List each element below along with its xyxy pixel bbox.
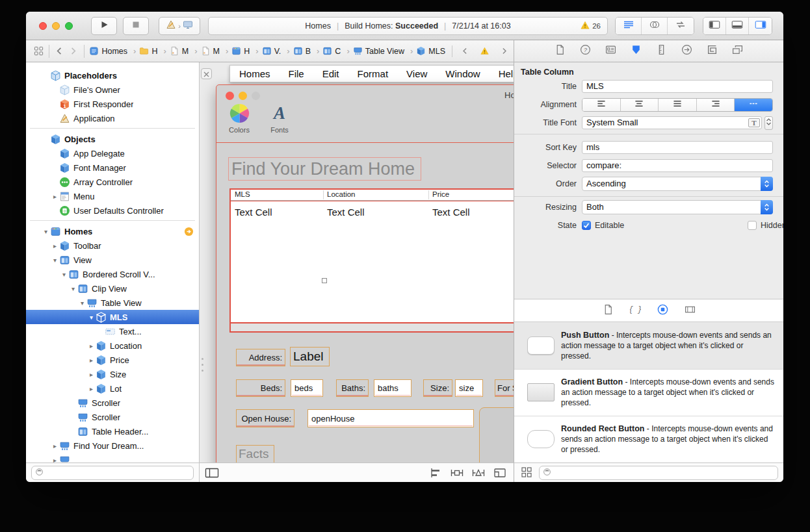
- stop-button[interactable]: [123, 17, 149, 35]
- goto-arrow-icon[interactable]: [184, 99, 194, 109]
- zoom-window-button[interactable]: [65, 22, 73, 30]
- designed-window[interactable]: Ho Colors A Fonts Find: [216, 84, 514, 462]
- disclosure-triangle[interactable]: ▾: [60, 271, 68, 278]
- goto-arrow-icon[interactable]: [184, 149, 194, 158]
- outline-row[interactable]: File's Owner: [26, 82, 199, 97]
- disclosure-triangle[interactable]: ▾: [42, 228, 50, 235]
- goto-arrow-icon[interactable]: [184, 384, 194, 394]
- goto-arrow-icon[interactable]: [184, 284, 194, 294]
- breadcrumb-item[interactable]: Homes: [89, 46, 139, 56]
- outline-row[interactable]: 1 First Responder: [26, 97, 199, 111]
- related-items-icon[interactable]: [34, 45, 44, 57]
- goto-arrow-icon[interactable]: [184, 327, 194, 336]
- library-item[interactable]: Push Button - Intercepts mouse-down even…: [514, 323, 783, 370]
- disclosure-triangle[interactable]: ▸: [51, 193, 59, 200]
- library-tab[interactable]: { }: [629, 304, 642, 317]
- outline-row[interactable]: Text...: [26, 324, 199, 338]
- scheme-selector[interactable]: ›: [159, 17, 200, 35]
- inspector-tab[interactable]: ?: [579, 44, 593, 58]
- disclosure-triangle[interactable]: ▸: [51, 457, 59, 463]
- menu-item[interactable]: Edit: [322, 68, 339, 79]
- goto-arrow-icon[interactable]: [184, 412, 194, 422]
- beds-field[interactable]: beds: [291, 379, 323, 397]
- goto-arrow-icon[interactable]: [184, 441, 194, 451]
- outline-row[interactable]: ▸: [26, 453, 199, 462]
- designed-menu-bar[interactable]: HomesFileEditFormatViewWindowHelp: [229, 65, 514, 82]
- menu-item[interactable]: Homes: [239, 68, 270, 79]
- disclosure-triangle[interactable]: ▸: [87, 371, 96, 378]
- outline-row[interactable]: ▸ Lot: [26, 381, 199, 396]
- breadcrumb-item[interactable]: Table View: [353, 46, 417, 56]
- disclosure-triangle[interactable]: ▸: [51, 242, 59, 249]
- next-issue-button[interactable]: [498, 45, 510, 57]
- alignment-segment[interactable]: [735, 99, 772, 111]
- minimize-window-button[interactable]: [52, 22, 60, 30]
- outline-row[interactable]: ▾ Bordered Scroll V...: [26, 267, 199, 281]
- outline-row[interactable]: ▾ MLS: [26, 310, 199, 324]
- panel-toggle-button[interactable]: [749, 18, 772, 34]
- panel-toggle-button[interactable]: [703, 18, 726, 34]
- baths-field[interactable]: baths: [374, 379, 412, 397]
- goto-arrow-icon[interactable]: [184, 355, 194, 365]
- table-body[interactable]: Text Cell Text Cell Text Cell: [231, 203, 514, 321]
- disclosure-triangle[interactable]: ▸: [87, 342, 96, 349]
- library-item[interactable]: Rounded Rect Button - Intercepts mouse-d…: [514, 416, 783, 462]
- menu-item[interactable]: Help: [499, 68, 514, 79]
- facts-label[interactable]: Facts: [236, 445, 274, 462]
- outline-row[interactable]: Scroller: [26, 396, 199, 410]
- inspector-tab[interactable]: [655, 44, 669, 58]
- inspector-tab[interactable]: [604, 44, 618, 58]
- outline-row[interactable]: ▸ Find Your Dream...: [26, 438, 199, 453]
- goto-arrow-icon[interactable]: [184, 455, 194, 463]
- size-label[interactable]: Size:: [423, 379, 452, 397]
- outline-row[interactable]: Table Header...: [26, 424, 199, 438]
- table-header-row[interactable]: MLS Location Price: [231, 190, 514, 201]
- outline-row[interactable]: Placeholders: [26, 68, 199, 82]
- size-field[interactable]: size: [455, 379, 483, 397]
- design-toolbar-item[interactable]: Colors: [225, 103, 254, 134]
- alignment-segment[interactable]: [621, 99, 659, 111]
- goto-arrow-icon[interactable]: [184, 71, 194, 81]
- auto-layout-button[interactable]: [493, 467, 507, 479]
- library-tab[interactable]: [656, 304, 669, 317]
- column-header[interactable]: Location: [327, 190, 355, 198]
- for-sale-label[interactable]: For S: [495, 379, 514, 397]
- outline-row[interactable]: ▾ View: [26, 253, 199, 267]
- address-label[interactable]: Address:: [236, 349, 285, 366]
- outline-row[interactable]: Scroller: [26, 410, 199, 424]
- outline-row[interactable]: 0 User Defaults Controller: [26, 203, 199, 218]
- forward-button[interactable]: [68, 45, 78, 57]
- goto-arrow-icon[interactable]: [184, 177, 194, 187]
- disclosure-triangle[interactable]: ▾: [78, 299, 86, 307]
- warning-badge[interactable]: 26: [581, 21, 601, 31]
- auto-layout-button[interactable]: [471, 467, 486, 479]
- breadcrumb-item[interactable]: H: [231, 46, 261, 56]
- breadcrumb-item[interactable]: x M: [170, 46, 201, 56]
- designed-table-view[interactable]: MLS Location Price Text Cell Text Cell T…: [229, 188, 514, 333]
- breadcrumb-item[interactable]: x M: [201, 46, 232, 56]
- goto-arrow-icon[interactable]: [184, 370, 194, 379]
- sort-key-field[interactable]: mls: [582, 141, 773, 154]
- inspector-tab[interactable]: [705, 44, 720, 58]
- inspector-tab[interactable]: [731, 44, 745, 58]
- editable-checkbox[interactable]: [582, 221, 591, 230]
- table-cell[interactable]: Text Cell: [432, 207, 470, 218]
- goto-arrow-icon[interactable]: [184, 255, 194, 265]
- beds-label[interactable]: Beds:: [236, 379, 285, 397]
- inspector-tab[interactable]: [680, 44, 694, 58]
- goto-arrow-icon[interactable]: [184, 134, 194, 144]
- goto-arrow-icon[interactable]: [184, 85, 194, 95]
- library-filter-field[interactable]: [539, 466, 778, 480]
- library-tab[interactable]: [683, 304, 696, 317]
- column-header[interactable]: MLS: [235, 190, 250, 198]
- disclosure-triangle[interactable]: ▸: [87, 357, 96, 364]
- library-grid-view-icon[interactable]: [521, 466, 534, 479]
- heading-label[interactable]: Find Your Dream Home: [228, 157, 421, 181]
- order-popup[interactable]: Ascending: [582, 177, 773, 191]
- outline-row[interactable]: ▸ Menu: [26, 189, 199, 203]
- panel-toggle-button[interactable]: [726, 18, 749, 34]
- menu-item[interactable]: Window: [445, 68, 480, 79]
- design-toolbar-item[interactable]: A Fonts: [265, 103, 294, 134]
- disclosure-triangle[interactable]: ▾: [69, 285, 77, 292]
- goto-arrow-icon[interactable]: [184, 227, 194, 236]
